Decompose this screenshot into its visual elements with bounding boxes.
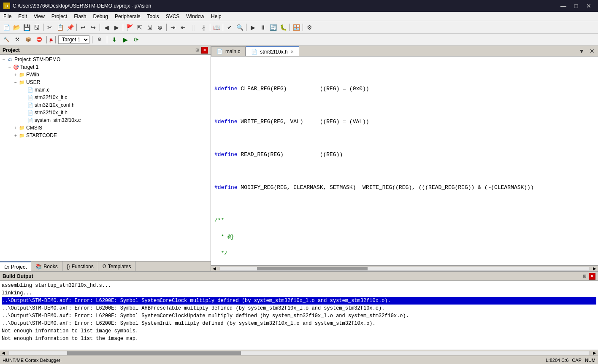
batch-build-button[interactable]: 📦 <box>24 35 33 44</box>
tree-cmsis[interactable]: + 📁 CMSIS <box>0 124 211 132</box>
hscroll-track[interactable] <box>219 267 590 271</box>
tab-arrow-down[interactable]: ▼ <box>577 47 586 55</box>
panel-close-button[interactable]: ✕ <box>201 47 208 54</box>
tab-close-stm32-h[interactable]: ✕ <box>290 49 294 54</box>
open-file-button[interactable]: 📂 <box>12 23 21 32</box>
project-tab-icon: 🗂 <box>4 264 9 270</box>
menu-project[interactable]: Project <box>48 13 70 20</box>
separator-6 <box>210 24 210 31</box>
build-close-button[interactable]: ✕ <box>589 273 595 280</box>
settings-button[interactable]: ⚙ <box>305 23 314 32</box>
tab-main-c[interactable]: 📄 main.c <box>211 46 246 56</box>
separator-10 <box>303 24 303 31</box>
close-button[interactable]: ✕ <box>583 2 595 10</box>
build-target-button[interactable]: 🔨 <box>2 35 11 44</box>
stop-button[interactable]: ⏸ <box>258 23 268 32</box>
undo-button[interactable]: ↩ <box>78 23 88 32</box>
editor-hscroll[interactable]: ◀ ▶ <box>211 265 598 271</box>
tab-templates[interactable]: Ω Templates <box>98 262 136 271</box>
build-output-text[interactable]: assembling startup_stm32f10x_hd.s... lin… <box>0 281 598 350</box>
check-button[interactable]: ✔ <box>225 23 234 32</box>
new-file-button[interactable]: 📄 <box>2 23 11 32</box>
tree-main-c[interactable]: 📄 main.c <box>0 86 211 94</box>
build-hscroll-right[interactable]: ▶ <box>591 351 598 355</box>
menu-view[interactable]: View <box>30 13 48 20</box>
app-icon: μ <box>3 3 10 9</box>
run-button[interactable]: ▶ <box>248 23 257 32</box>
indent-button[interactable]: ⇥ <box>168 23 178 32</box>
save-button[interactable]: 💾 <box>22 23 31 32</box>
menu-file[interactable]: File <box>0 13 15 20</box>
logo-icon: 𝛍 <box>49 36 53 43</box>
menu-tools[interactable]: Tools <box>144 13 162 20</box>
tab-stm32f10x-h[interactable]: 📄 stm32f10x.h ✕ <box>246 46 299 56</box>
unindent-button[interactable]: ⇤ <box>179 23 188 32</box>
target-sep-2 <box>55 36 56 43</box>
target-options-button[interactable]: ⚙ <box>95 35 104 44</box>
project-title: Project <box>3 47 20 53</box>
stm32-h-tab-icon: 📄 <box>251 49 257 55</box>
code-line-7 <box>214 167 595 175</box>
menu-peripherals[interactable]: Peripherals <box>111 13 144 20</box>
build-line-1: assembling startup_stm32f10x_hd.s... <box>2 282 596 289</box>
editor-tabs: 📄 main.c 📄 stm32f10x.h ✕ <box>211 46 299 56</box>
tab-functions[interactable]: {} Functions <box>62 262 98 271</box>
prev-bookmark-button[interactable]: ⇱ <box>135 23 144 32</box>
save-all-button[interactable]: 🖫 <box>32 23 41 32</box>
tree-fwlib[interactable]: + 📁 FWlib <box>0 71 211 78</box>
build-hscroll-track[interactable] <box>8 351 590 355</box>
uncomment-button[interactable]: ∦ <box>199 23 208 32</box>
build-hscroll-left[interactable]: ◀ <box>0 351 7 355</box>
reset-button[interactable]: 🔄 <box>268 23 278 32</box>
comment-button[interactable]: ∥ <box>189 23 198 32</box>
menu-help[interactable]: Help <box>208 13 225 20</box>
nav-fwd-button[interactable]: ▶ <box>112 23 121 32</box>
build-pin-button[interactable]: ⊞ <box>581 273 588 280</box>
rebuild-button[interactable]: ⚒ <box>13 35 22 44</box>
nav-back-button[interactable]: ◀ <box>102 23 111 32</box>
menu-flash[interactable]: Flash <box>70 13 89 20</box>
project-bottom-tabs: 🗂 Project 📚 Books {} Functions Ω Templat… <box>0 261 211 271</box>
paste-button[interactable]: 📌 <box>65 23 75 32</box>
minimize-button[interactable]: — <box>557 2 569 10</box>
tree-stm32-it-h[interactable]: 📄 stm32f10x_it.h <box>0 109 211 116</box>
build-hscroll[interactable]: ◀ ▶ <box>0 350 598 356</box>
cut-button[interactable]: ✂ <box>45 23 54 32</box>
menu-window[interactable]: Window <box>183 13 208 20</box>
tab-project[interactable]: 🗂 Project <box>0 262 31 271</box>
copy-button[interactable]: 📋 <box>55 23 65 32</box>
tree-stm32f10x-it-c[interactable]: 📄 stm32f10x_it.c <box>0 94 211 101</box>
download-button[interactable]: ⬇ <box>110 35 119 44</box>
menu-edit[interactable]: Edit <box>15 13 30 20</box>
user-folder-icon: 📁 <box>19 79 25 86</box>
startcode-label: STARTCODE <box>26 132 57 138</box>
erase-button[interactable]: ⟳ <box>132 35 141 44</box>
window-button[interactable]: 🪟 <box>292 23 301 32</box>
bookmark-button[interactable]: 🚩 <box>125 23 134 32</box>
tree-target1[interactable]: − 🎯 Target 1 <box>0 63 211 71</box>
download-and-run-button[interactable]: ▶ <box>121 35 130 44</box>
open-doc-button[interactable]: 📖 <box>212 23 221 32</box>
next-bookmark-button[interactable]: ⇲ <box>145 23 154 32</box>
menu-debug[interactable]: Debug <box>90 13 111 20</box>
search-button[interactable]: 🔍 <box>235 23 244 32</box>
debug-button[interactable]: 🐛 <box>279 23 288 32</box>
target-select[interactable]: Target 1 <box>58 35 89 44</box>
redo-button[interactable]: ↪ <box>89 23 98 32</box>
menu-svcs[interactable]: SVCS <box>162 13 183 20</box>
tree-startcode[interactable]: + 📁 STARTCODE <box>0 132 211 139</box>
stop-build-button[interactable]: ⛔ <box>35 35 44 44</box>
maximize-button[interactable]: □ <box>570 2 582 10</box>
hscroll-right[interactable]: ▶ <box>591 266 598 271</box>
pin-button[interactable]: ⊞ <box>194 47 200 54</box>
tab-books[interactable]: 📚 Books <box>31 262 62 271</box>
tree-project[interactable]: − 🗂 Project: STM-DEMO <box>0 56 211 63</box>
tree-stm32-conf-h[interactable]: 📄 stm32f10x_conf.h <box>0 101 211 109</box>
tree-user[interactable]: − 📁 USER <box>0 78 211 86</box>
cmsis-label: CMSIS <box>26 125 42 131</box>
tab-close-all[interactable]: ✕ <box>588 47 596 55</box>
clear-bookmarks-button[interactable]: ⊗ <box>155 23 165 32</box>
code-editor[interactable]: #define CLEAR_REG(REG) ((REG) = (0x0)) #… <box>211 57 598 265</box>
hscroll-left[interactable]: ◀ <box>211 266 218 271</box>
tree-system-stm32[interactable]: 📄 system_stm32f10x.c <box>0 116 211 124</box>
